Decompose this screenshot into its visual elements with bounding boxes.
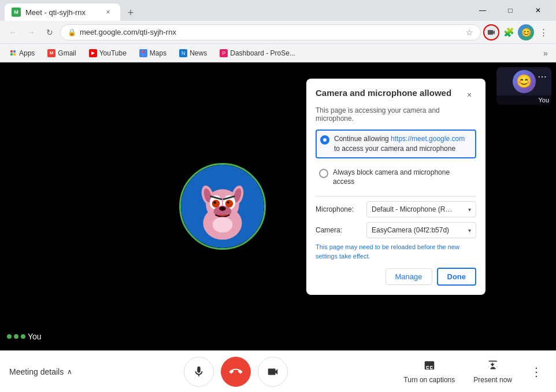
- microphone-field-row: Microphone: Default - Microphone (Realte…: [316, 201, 476, 217]
- popup-header: Camera and microphone allowed ×: [316, 88, 476, 102]
- new-tab-button[interactable]: +: [123, 5, 139, 21]
- minimize-button[interactable]: —: [469, 2, 496, 19]
- browser-frame: M Meet - qti-syjh-rnx × + — □ ✕ ← → ↻ 🔒 …: [0, 0, 556, 392]
- main-video-avatar: [179, 163, 266, 250]
- dashboard-favicon: P: [220, 49, 228, 57]
- gmail-bookmark-label: Gmail: [58, 49, 76, 57]
- bookmark-maps[interactable]: 📍 Maps: [135, 47, 171, 60]
- status-dot: [21, 334, 25, 339]
- youtube-bookmark-label: YouTube: [99, 49, 127, 57]
- title-bar: M Meet - qti-syjh-rnx × + — □ ✕: [0, 0, 556, 21]
- camera-select[interactable]: EasyCamera (04f2:b57d) ▾: [366, 222, 476, 238]
- svg-point-11: [213, 201, 216, 204]
- apps-bookmark-label: Apps: [19, 49, 35, 57]
- bookmark-star-icon[interactable]: ☆: [466, 28, 473, 37]
- bookmarks-more-button[interactable]: »: [540, 49, 551, 58]
- svg-point-10: [225, 199, 233, 207]
- bookmark-apps[interactable]: Apps: [5, 47, 39, 60]
- microphone-value: Default - Microphone (Realte...: [372, 205, 453, 213]
- participant-tile: 😊 You ⋯: [496, 67, 551, 105]
- url-display: meet.google.com/qti-syjh-rnx: [80, 28, 462, 36]
- address-bar: ← → ↻ 🔒 meet.google.com/qti-syjh-rnx ☆ 🧩…: [0, 21, 556, 44]
- popup-description: This page is accessing your camera and m…: [316, 106, 476, 123]
- close-button[interactable]: ✕: [525, 2, 551, 19]
- self-name-label: You: [28, 332, 42, 341]
- continue-allow-option[interactable]: Continue allowing https://meet.google.co…: [316, 130, 476, 158]
- window-controls: — □ ✕: [469, 2, 551, 19]
- maximize-button[interactable]: □: [497, 2, 524, 19]
- bookmark-youtube[interactable]: ▶ YouTube: [84, 47, 131, 60]
- microphone-select[interactable]: Default - Microphone (Realte... ▾: [366, 201, 476, 217]
- camera-permission-popup: Camera and microphone allowed × This pag…: [306, 79, 485, 295]
- end-call-button[interactable]: [221, 357, 251, 387]
- microphone-button[interactable]: [184, 357, 214, 387]
- bookmark-dashboard[interactable]: P Dashboard - ProSe...: [215, 47, 300, 60]
- controls-center: [72, 357, 399, 387]
- dashboard-bookmark-label: Dashboard - ProSe...: [230, 49, 295, 57]
- popup-close-button[interactable]: ×: [462, 88, 476, 102]
- tab-title: Meet - qti-syjh-rnx: [25, 8, 98, 17]
- gmail-favicon: M: [47, 49, 55, 57]
- status-dot: [7, 334, 12, 339]
- popup-overlay: Camera and microphone allowed × This pag…: [0, 62, 556, 350]
- participant-options-button[interactable]: ⋯: [536, 71, 548, 82]
- status-dot: [14, 334, 18, 339]
- svg-point-9: [212, 199, 220, 207]
- popup-actions: Manage Done: [316, 268, 476, 286]
- participant-name: You: [496, 95, 551, 105]
- reload-button[interactable]: ↻: [42, 24, 58, 40]
- camera-value: EasyCamera (04f2:b57d): [372, 226, 449, 234]
- meeting-details-button[interactable]: Meeting details ∧: [9, 367, 72, 376]
- tab-close-button[interactable]: ×: [103, 7, 113, 17]
- profile-icon[interactable]: 😊: [518, 24, 534, 40]
- popup-title: Camera and microphone allowed: [316, 88, 462, 98]
- active-tab[interactable]: M Meet - qti-syjh-rnx ×: [5, 3, 120, 21]
- bookmarks-bar: Apps M Gmail ▶ YouTube 📍 Maps N News P D…: [0, 44, 556, 62]
- camera-button[interactable]: [258, 357, 288, 387]
- continue-radio[interactable]: [320, 135, 329, 145]
- participant-avatar: 😊: [513, 70, 536, 93]
- tab-area: M Meet - qti-syjh-rnx × +: [5, 0, 465, 21]
- block-radio[interactable]: [319, 169, 328, 178]
- meet-url-link[interactable]: https://meet.google.com: [391, 135, 465, 143]
- forward-button[interactable]: →: [23, 24, 39, 40]
- popup-divider: [316, 196, 476, 197]
- camera-label: Camera:: [316, 226, 362, 234]
- present-now-button[interactable]: Present now: [469, 357, 517, 386]
- svg-point-17: [213, 217, 233, 232]
- present-icon: [487, 359, 499, 375]
- tab-favicon: M: [12, 8, 21, 17]
- bookmark-gmail[interactable]: M Gmail: [43, 47, 80, 60]
- maps-favicon: 📍: [139, 49, 147, 57]
- always-block-option[interactable]: Always block camera and microphone acces…: [316, 164, 476, 191]
- lock-icon: 🔒: [68, 28, 76, 36]
- bookmark-news[interactable]: N News: [175, 47, 212, 60]
- manage-button[interactable]: Manage: [386, 268, 432, 285]
- back-button[interactable]: ←: [5, 24, 21, 40]
- chrome-menu-icon[interactable]: ⋮: [535, 24, 551, 40]
- continue-allow-text: Continue allowing https://meet.google.co…: [334, 134, 472, 154]
- meeting-details-chevron-icon: ∧: [67, 368, 72, 376]
- camera-permission-icon[interactable]: [483, 24, 499, 40]
- maps-bookmark-label: Maps: [150, 49, 166, 57]
- camera-dropdown-icon: ▾: [468, 227, 471, 234]
- captions-label: Turn on captions: [403, 376, 455, 384]
- content-area: 😊 You ⋯: [0, 62, 556, 392]
- self-indicator: You: [7, 332, 42, 341]
- svg-point-12: [227, 201, 229, 204]
- done-button[interactable]: Done: [437, 268, 477, 286]
- omnibox[interactable]: 🔒 meet.google.com/qti-syjh-rnx ☆: [60, 24, 481, 40]
- captions-button[interactable]: Turn on captions: [399, 357, 459, 386]
- microphone-label: Microphone:: [316, 205, 362, 213]
- extensions-icon[interactable]: 🧩: [501, 24, 517, 40]
- meet-video-area: 😊 You ⋯: [0, 62, 556, 350]
- news-bookmark-label: News: [190, 49, 207, 57]
- more-options-button[interactable]: ⋮: [526, 361, 547, 382]
- apps-favicon: [9, 49, 17, 57]
- camera-field-row: Camera: EasyCamera (04f2:b57d) ▾: [316, 222, 476, 238]
- always-block-text: Always block camera and microphone acces…: [333, 168, 473, 187]
- svg-point-16: [219, 206, 226, 211]
- controls-bar: Meeting details ∧ Tur: [0, 350, 556, 392]
- present-label: Present now: [473, 376, 512, 384]
- microphone-dropdown-icon: ▾: [468, 206, 471, 213]
